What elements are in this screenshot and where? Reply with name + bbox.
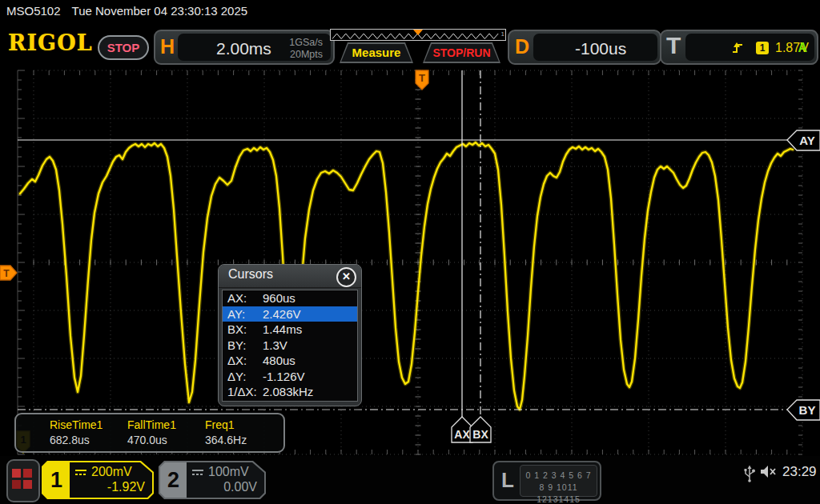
- measure-button[interactable]: Measure: [340, 42, 413, 63]
- digital-channels-row2: 8 9 1011 12131415: [521, 482, 597, 504]
- run-state-indicator: STOP: [98, 35, 149, 60]
- measurement-label: Freq1: [205, 418, 283, 431]
- svg-text:BX: BX: [472, 428, 488, 441]
- measurement-value: 682.8us: [50, 434, 127, 446]
- measurement-item[interactable]: FallTime1 470.0us: [127, 414, 205, 451]
- menu-grid-icon: [23, 469, 32, 478]
- svg-text:T: T: [3, 268, 10, 279]
- svg-text:T: T: [419, 72, 425, 84]
- speaker-muted-icon[interactable]: [760, 464, 778, 480]
- horizontal-label: H: [160, 35, 175, 58]
- channel1-scale: 200mV: [91, 465, 132, 479]
- dc-coupling-icon: [191, 469, 204, 476]
- cursors-popup-body: AX:960us AY:2.426V BX:1.44ms BY:1.3V ΔX:…: [222, 290, 358, 402]
- menu-grid-icon: [12, 469, 21, 478]
- dc-coupling-icon: [74, 469, 87, 476]
- cursor-row-ay[interactable]: AY:2.426V: [223, 306, 357, 322]
- channel1-offset: -1.92V: [74, 480, 145, 494]
- measurement-item[interactable]: Freq1 364.6Hz: [205, 414, 283, 451]
- cursor-row-ax[interactable]: AX:960us: [223, 290, 357, 306]
- logic-analyzer-label: L: [501, 468, 514, 493]
- trigger-menu[interactable]: T 1 1.87V A: [660, 30, 818, 65]
- rigol-logo: RIGOL: [8, 30, 93, 55]
- datetime: Tue November 04 23:30:13 2025: [72, 4, 248, 18]
- menubar: RIGOL STOP H 2.00ms 1GSa/s 20Mpts 1 Meas…: [0, 24, 820, 68]
- memory-depth: 20Mpts: [289, 49, 323, 61]
- cursor-row-by[interactable]: BY:1.3V: [223, 338, 357, 354]
- measurement-value: 470.0us: [127, 434, 205, 446]
- acquisition-info: 1GSa/s 20Mpts: [289, 37, 323, 61]
- channel2-number: 2: [160, 462, 187, 498]
- timebase-value: 2.00ms: [216, 39, 271, 58]
- clock: 23:29: [782, 464, 817, 480]
- trigger-slope-icon: [732, 42, 744, 54]
- usb-icon: [743, 464, 756, 483]
- waveform-overview-strip[interactable]: 1: [330, 29, 506, 41]
- delay-value: -100us: [575, 39, 626, 58]
- cursor-row-inv-dx[interactable]: 1/ΔX:2.083kHz: [223, 384, 357, 400]
- trigger-mode-auto: A: [798, 41, 807, 55]
- delay-inner: -100us: [533, 34, 657, 61]
- delay-menu[interactable]: D -100us: [508, 30, 661, 65]
- logic-analyzer-button[interactable]: L 0 1 2 3 4 5 6 7 8 9 1011 12131415: [492, 461, 601, 501]
- stop-run-button-label: STOP/RUN: [424, 44, 499, 62]
- stop-run-button[interactable]: STOP/RUN: [423, 42, 500, 63]
- measurement-panel[interactable]: RiseTime1 682.8us FallTime1 470.0us Freq…: [14, 413, 285, 453]
- cursor-row-dx[interactable]: ΔX:480us: [223, 353, 357, 369]
- measure-button-label: Measure: [341, 44, 412, 62]
- menu-grid-icon: [12, 480, 21, 489]
- channel2-button[interactable]: 2 100mV 0.00V: [159, 461, 266, 499]
- main-menu-button[interactable]: [6, 459, 40, 502]
- measurement-value: 364.6Hz: [205, 434, 283, 446]
- cursor-row-dy[interactable]: ΔY:-1.126V: [223, 369, 357, 385]
- svg-text:AX: AX: [454, 428, 470, 441]
- model-name: MSO5102: [6, 4, 61, 18]
- cursor-row-bx[interactable]: BX:1.44ms: [223, 322, 357, 338]
- cursors-popup: Cursors ✕ AX:960us AY:2.426V BX:1.44ms B…: [218, 264, 362, 406]
- delay-label: D: [515, 35, 529, 58]
- titlebar: MSO5102Tue November 04 23:30:13 2025: [0, 0, 820, 24]
- menu-grid-icon: [23, 480, 32, 489]
- horizontal-inner: 2.00ms 1GSa/s 20Mpts: [178, 34, 331, 61]
- digital-channels: 0 1 2 3 4 5 6 7 8 9 1011 12131415: [520, 465, 597, 497]
- cursors-popup-title: Cursors: [228, 267, 273, 282]
- channel1-number: 1: [43, 462, 70, 498]
- svg-text:BY: BY: [799, 403, 816, 417]
- measurement-label: FallTime1: [127, 418, 205, 431]
- close-icon[interactable]: ✕: [336, 267, 356, 287]
- channel1-button[interactable]: 1 200mV -1.92V: [42, 461, 154, 499]
- bottombar: 1 200mV -1.92V 2: [0, 456, 820, 504]
- overview-channel-badge: 1: [501, 30, 504, 38]
- overview-trigger-position-icon: [413, 30, 423, 35]
- trigger-source-badge: 1: [756, 42, 769, 54]
- oscilloscope-screen: MSO5102Tue November 04 23:30:13 2025 RIG…: [0, 0, 820, 504]
- trigger-label: T: [666, 32, 681, 59]
- sample-rate: 1GSa/s: [289, 37, 323, 49]
- horizontal-menu[interactable]: H 2.00ms 1GSa/s 20Mpts: [154, 30, 335, 65]
- trigger-inner: 1 1.87V A: [685, 34, 814, 61]
- cursors-popup-titlebar[interactable]: Cursors ✕: [219, 265, 361, 288]
- channel2-offset: 0.00V: [191, 480, 257, 494]
- svg-text:AY: AY: [799, 134, 814, 147]
- channel2-scale: 100mV: [208, 465, 249, 479]
- measurement-item[interactable]: RiseTime1 682.8us: [50, 414, 127, 451]
- measurement-label: RiseTime1: [50, 418, 127, 431]
- digital-channels-row1: 0 1 2 3 4 5 6 7: [521, 470, 597, 482]
